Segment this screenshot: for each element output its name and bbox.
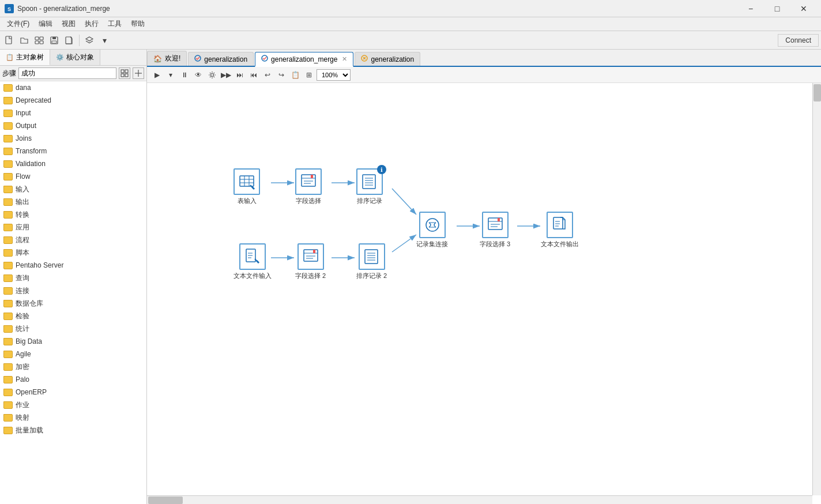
step-table-input[interactable]: 表输入 [234,168,260,205]
toolbar-layers[interactable] [82,33,96,47]
undo-button[interactable]: ↩ [261,69,274,81]
toolbar-save[interactable] [47,33,61,47]
step-text-output[interactable]: 文本文件输出 [541,212,579,249]
zoom-select[interactable]: 100% 50% 75% 150% 200% [317,69,351,81]
connect-button[interactable]: Connect [778,34,819,47]
align-button[interactable]: ⊞ [303,69,315,81]
collapse-all-button[interactable] [133,67,144,79]
tree-item-job-cn[interactable]: 作业 [0,398,146,411]
tree-item-agile[interactable]: Agile [0,348,146,360]
redo-button[interactable]: ↪ [275,69,288,81]
tree-item-check-cn[interactable]: 检验 [0,310,146,322]
tree-item-input[interactable]: Input [0,107,146,119]
menu-execute[interactable]: 执行 [80,18,103,30]
toolbar-open[interactable] [17,33,31,47]
tree-item-flow[interactable]: Flow [0,170,146,183]
maximize-button[interactable]: □ [764,0,790,17]
toolbar-explore[interactable] [32,33,46,47]
step-field-select-2[interactable]: 字段选择 2 [295,243,326,280]
run-dropdown-button[interactable]: ▾ [164,69,177,81]
panel-tab-core[interactable]: ⚙️ 核心对象 [50,50,100,65]
toolbar-new[interactable] [2,33,16,47]
tree-item-dana[interactable]: dana [0,81,146,94]
folder-icon [3,160,13,168]
minimize-button[interactable]: − [738,0,763,17]
tree-item-transform-cn[interactable]: 转换 [0,208,146,221]
pause-button[interactable]: ⏸ [178,69,191,81]
copy-button[interactable]: 📋 [289,69,302,81]
tree-item-app-cn[interactable]: 应用 [0,221,146,234]
folder-icon [3,261,13,269]
tree-item-output[interactable]: Output [0,119,146,132]
window-title: Spoon - generalization_merge [17,5,738,13]
tree-item-connect-cn[interactable]: 连接 [0,284,146,297]
close-button[interactable]: ✕ [791,0,816,17]
tree-item-bigdata[interactable]: Big Data [0,335,146,348]
folder-icon [3,84,13,92]
folder-icon [3,299,13,307]
step-over-button[interactable]: ⏭ [234,69,246,81]
search-input[interactable] [18,67,116,79]
step-sort-rows-2[interactable]: 排序记录 2 [356,243,387,280]
tree-item-bulkload-cn[interactable]: 批量加载 [0,424,146,437]
canvas-area[interactable]: 表输入 字段选择 [147,83,821,504]
vertical-scrollbar[interactable] [812,83,821,495]
tab-generalization2[interactable]: generalization [355,52,420,66]
tab-gen2-label: generalization [371,55,414,63]
svg-rect-4 [40,37,43,40]
menu-help[interactable]: 帮助 [126,18,149,30]
run-button[interactable]: ▶ [150,69,163,81]
toolbar-saveas[interactable] [62,33,76,47]
tree-item-encrypt-cn[interactable]: 加密 [0,360,146,373]
svg-rect-6 [40,41,43,44]
tree-item-pentaho-server[interactable]: Pentaho Server [0,259,146,272]
tree-item-openerp[interactable]: OpenERP [0,386,146,398]
tree-item-output-cn[interactable]: 输出 [0,195,146,208]
step-into-button[interactable]: ▶▶ [220,69,232,81]
tab-welcome[interactable]: 🏠 欢迎! [147,51,187,66]
tree-item-transform[interactable]: Transform [0,145,146,157]
tree-item-validation[interactable]: Validation [0,157,146,170]
folder-icon [3,185,13,193]
horizontal-scrollbar[interactable] [147,495,812,504]
main-layout: 📋 主对象树 ⚙️ 核心对象 步骤 dana [0,50,821,504]
svg-rect-47 [488,218,502,230]
menu-tools[interactable]: 工具 [103,18,126,30]
tree-item-query-cn[interactable]: 查询 [0,272,146,284]
step-text-input[interactable]: 文本文件输入 [234,243,272,280]
expand-all-button[interactable] [119,67,130,79]
tree-item-joins[interactable]: Joins [0,132,146,145]
svg-point-20 [211,73,214,76]
step-label-text-output: 文本文件输出 [541,240,579,249]
step-badge-sort-rows-1: ℹ [377,165,386,174]
folder-icon [3,363,13,371]
panel-tab-main[interactable]: 📋 主对象树 [0,50,50,65]
main-tab-label: 主对象树 [16,52,44,62]
preview-button[interactable]: 👁 [192,69,205,81]
tree-item-stats-cn[interactable]: 统计 [0,322,146,335]
tree-item-palo[interactable]: Palo [0,373,146,386]
svg-rect-41 [363,175,375,189]
tab-merge-close[interactable]: ✕ [342,55,347,63]
tree-item-dw-cn[interactable]: 数据仓库 [0,297,146,310]
rewind-button[interactable]: ⏮ [247,69,260,81]
tab-generalization[interactable]: generalization [188,52,254,66]
settings-button[interactable] [206,69,219,81]
tree-item-script-cn[interactable]: 脚本 [0,246,146,259]
step-field-select-3[interactable]: 字段选择 3 [480,212,510,249]
arrows-svg [147,83,821,504]
svg-rect-3 [35,37,39,40]
tab-gen2-icon [361,55,368,63]
menu-view[interactable]: 视图 [57,18,80,30]
tab-generalization-merge[interactable]: generalization_merge ✕ [255,52,353,67]
menu-file[interactable]: 文件(F) [2,18,34,30]
tree-item-input-cn[interactable]: 输入 [0,183,146,195]
step-sort-rows-1[interactable]: ℹ 排序记录 [356,168,383,205]
tree-item-mapping-cn[interactable]: 映射 [0,411,146,424]
toolbar-dropdown[interactable]: ▾ [97,33,111,47]
tree-item-flow-cn[interactable]: 流程 [0,234,146,246]
step-field-select-1[interactable]: 字段选择 [295,168,322,205]
step-merge-join[interactable]: 记录集连接 [416,212,448,249]
menu-edit[interactable]: 编辑 [34,18,57,30]
tree-item-deprecated[interactable]: Deprecated [0,94,146,107]
